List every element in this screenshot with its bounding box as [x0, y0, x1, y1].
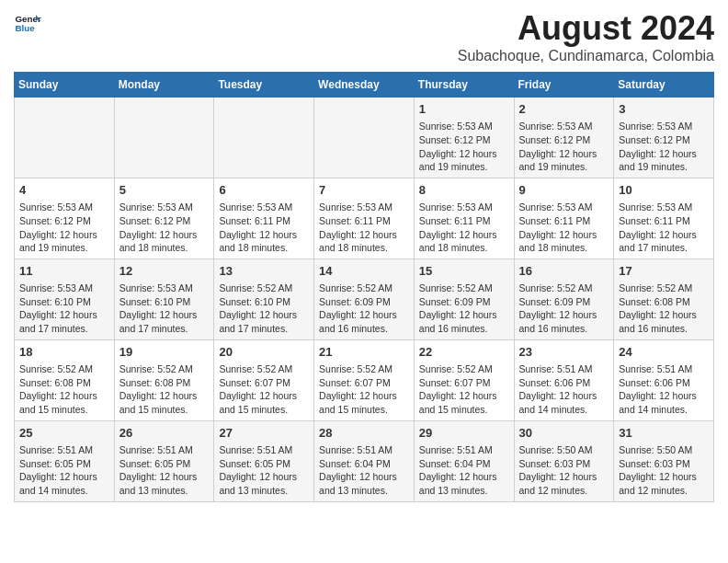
- cell-text: Sunrise: 5:51 AM: [419, 443, 509, 457]
- cell-text: and 18 minutes.: [219, 241, 309, 255]
- cell-text: and 17 minutes.: [119, 322, 210, 336]
- cell-text: Daylight: 12 hours: [319, 470, 409, 484]
- calendar-cell: 13Sunrise: 5:52 AMSunset: 6:10 PMDayligh…: [214, 259, 314, 339]
- week-row-5: 25Sunrise: 5:51 AMSunset: 6:05 PMDayligh…: [15, 420, 714, 501]
- day-number: 26: [119, 425, 210, 442]
- day-number: 2: [519, 101, 609, 118]
- cell-text: Sunset: 6:04 PM: [319, 457, 409, 471]
- cell-text: Sunset: 6:12 PM: [19, 214, 109, 228]
- cell-text: and 12 minutes.: [619, 484, 709, 498]
- day-number: 25: [19, 425, 109, 442]
- cell-text: Daylight: 12 hours: [519, 147, 609, 161]
- day-number: 14: [319, 263, 409, 280]
- week-row-1: 1Sunrise: 5:53 AMSunset: 6:12 PMDaylight…: [15, 98, 714, 178]
- cell-text: and 16 minutes.: [319, 322, 409, 336]
- cell-text: Daylight: 12 hours: [619, 389, 709, 403]
- cell-text: Sunset: 6:06 PM: [619, 376, 709, 390]
- cell-text: and 13 minutes.: [219, 484, 309, 498]
- cell-text: Daylight: 12 hours: [319, 228, 409, 242]
- cell-text: Daylight: 12 hours: [319, 308, 409, 322]
- header-cell-sunday: Sunday: [15, 73, 115, 98]
- cell-text: Sunrise: 5:53 AM: [19, 282, 109, 295]
- calendar-cell: 16Sunrise: 5:52 AMSunset: 6:09 PMDayligh…: [514, 259, 614, 339]
- cell-text: Sunset: 6:03 PM: [619, 457, 709, 471]
- cell-text: Sunrise: 5:53 AM: [519, 120, 609, 133]
- cell-text: and 17 minutes.: [219, 322, 309, 336]
- cell-text: Daylight: 12 hours: [519, 389, 609, 403]
- cell-text: Sunset: 6:12 PM: [519, 133, 609, 147]
- cell-text: and 16 minutes.: [419, 322, 509, 336]
- cell-text: Daylight: 12 hours: [19, 308, 109, 322]
- calendar-cell: 5Sunrise: 5:53 AMSunset: 6:12 PMDaylight…: [114, 178, 214, 259]
- calendar-cell: 30Sunrise: 5:50 AMSunset: 6:03 PMDayligh…: [514, 420, 614, 501]
- cell-text: and 18 minutes.: [119, 241, 210, 255]
- cell-text: Sunset: 6:11 PM: [219, 214, 309, 228]
- logo-icon: General Blue: [14, 9, 41, 37]
- cell-text: Sunrise: 5:53 AM: [619, 120, 709, 133]
- header-cell-thursday: Thursday: [414, 73, 514, 98]
- calendar-cell: [114, 98, 214, 178]
- cell-text: Sunrise: 5:51 AM: [519, 362, 609, 376]
- cell-text: Sunrise: 5:52 AM: [319, 282, 409, 295]
- logo: General Blue: [14, 9, 43, 37]
- cell-text: Daylight: 12 hours: [19, 228, 109, 242]
- calendar-cell: 17Sunrise: 5:52 AMSunset: 6:08 PMDayligh…: [614, 259, 714, 339]
- cell-text: and 15 minutes.: [219, 403, 309, 417]
- day-number: 20: [219, 344, 309, 361]
- cell-text: Sunrise: 5:53 AM: [519, 201, 609, 214]
- calendar-cell: 6Sunrise: 5:53 AMSunset: 6:11 PMDaylight…: [214, 178, 314, 259]
- week-row-4: 18Sunrise: 5:52 AMSunset: 6:08 PMDayligh…: [15, 339, 714, 420]
- calendar-cell: 2Sunrise: 5:53 AMSunset: 6:12 PMDaylight…: [514, 98, 614, 178]
- cell-text: Daylight: 12 hours: [219, 389, 309, 403]
- cell-text: Daylight: 12 hours: [519, 228, 609, 242]
- cell-text: Daylight: 12 hours: [219, 228, 309, 242]
- day-number: 21: [319, 344, 409, 361]
- calendar-cell: 7Sunrise: 5:53 AMSunset: 6:11 PMDaylight…: [314, 178, 415, 259]
- cell-text: Daylight: 12 hours: [619, 470, 709, 484]
- cell-text: Sunset: 6:07 PM: [419, 376, 509, 390]
- day-number: 9: [519, 182, 609, 199]
- day-number: 29: [419, 425, 509, 442]
- cell-text: Daylight: 12 hours: [119, 228, 210, 242]
- cell-text: Sunset: 6:07 PM: [219, 376, 309, 390]
- cell-text: Daylight: 12 hours: [119, 389, 210, 403]
- cell-text: Sunset: 6:10 PM: [19, 295, 109, 309]
- cell-text: Sunrise: 5:52 AM: [219, 282, 309, 295]
- cell-text: Sunrise: 5:52 AM: [119, 362, 210, 376]
- cell-text: and 18 minutes.: [319, 241, 409, 255]
- cell-text: and 19 minutes.: [519, 160, 609, 174]
- calendar-cell: 29Sunrise: 5:51 AMSunset: 6:04 PMDayligh…: [414, 420, 514, 501]
- day-number: 12: [119, 263, 210, 280]
- cell-text: Sunset: 6:06 PM: [519, 376, 609, 390]
- cell-text: Sunset: 6:11 PM: [319, 214, 409, 228]
- cell-text: Sunrise: 5:51 AM: [319, 443, 409, 457]
- week-row-2: 4Sunrise: 5:53 AMSunset: 6:12 PMDaylight…: [15, 178, 714, 259]
- cell-text: and 14 minutes.: [19, 484, 109, 498]
- cell-text: Daylight: 12 hours: [619, 308, 709, 322]
- cell-text: and 15 minutes.: [419, 403, 509, 417]
- cell-text: Sunrise: 5:53 AM: [19, 201, 109, 214]
- cell-text: Daylight: 12 hours: [519, 470, 609, 484]
- day-number: 17: [619, 263, 709, 280]
- cell-text: Daylight: 12 hours: [219, 308, 309, 322]
- cell-text: Sunset: 6:12 PM: [119, 214, 210, 228]
- cell-text: and 19 minutes.: [419, 160, 509, 174]
- cell-text: Sunrise: 5:52 AM: [19, 362, 109, 376]
- cell-text: Sunrise: 5:52 AM: [519, 282, 609, 295]
- cell-text: and 16 minutes.: [619, 322, 709, 336]
- day-number: 6: [219, 182, 309, 199]
- cell-text: Daylight: 12 hours: [419, 228, 509, 242]
- cell-text: Sunset: 6:03 PM: [519, 457, 609, 471]
- cell-text: Sunrise: 5:51 AM: [119, 443, 210, 457]
- cell-text: Sunset: 6:11 PM: [619, 214, 709, 228]
- cell-text: Daylight: 12 hours: [419, 147, 509, 161]
- day-number: 16: [519, 263, 609, 280]
- cell-text: Daylight: 12 hours: [419, 308, 509, 322]
- cell-text: and 13 minutes.: [419, 484, 509, 498]
- cell-text: Sunrise: 5:53 AM: [119, 282, 210, 295]
- calendar-cell: [214, 98, 314, 178]
- header-row: SundayMondayTuesdayWednesdayThursdayFrid…: [15, 73, 714, 98]
- cell-text: and 14 minutes.: [519, 403, 609, 417]
- cell-text: and 15 minutes.: [119, 403, 210, 417]
- cell-text: and 12 minutes.: [519, 484, 609, 498]
